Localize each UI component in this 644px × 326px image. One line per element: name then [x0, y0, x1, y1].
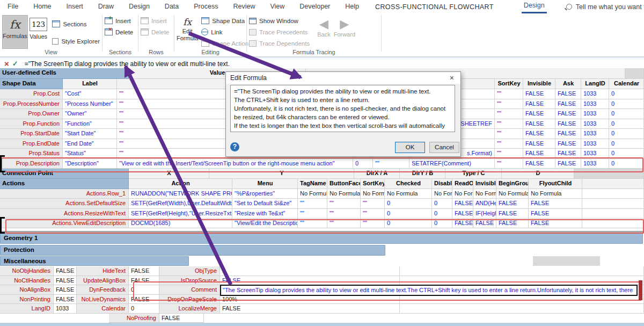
cell-readonly[interactable]: No Formula: [452, 189, 473, 199]
cell-action[interactable]: SETF(GetRef(Width),User.DefaultWidth)+SE…: [129, 199, 232, 208]
cell-disabled[interactable]: No Formula: [432, 189, 452, 199]
formula-bar-text[interactable]: ="The ScreenTip dialog provides the abil…: [25, 60, 230, 68]
misc-value-NoLiveDynamics[interactable]: FALSE: [129, 295, 159, 305]
cell-ask[interactable]: FALSE: [555, 139, 581, 149]
style-explorer-checkbox[interactable]: Style Explorer: [52, 36, 100, 46]
cancel-formula-icon[interactable]: ×: [4, 59, 9, 68]
cell-langid[interactable]: 1033: [581, 139, 609, 149]
cell-sortkey[interactable]: "": [495, 89, 523, 99]
cell-calendar[interactable]: 0: [609, 159, 644, 169]
cell-buttonface[interactable]: "": [327, 219, 361, 228]
cell-invisible[interactable]: FALSE: [523, 149, 555, 159]
row-delete-button[interactable]: Delete: [141, 27, 169, 37]
row-name-Prop.Description[interactable]: Prop.Description: [0, 159, 63, 169]
cell-sortkey[interactable]: "": [495, 129, 523, 139]
cell-ask[interactable]: FALSE: [555, 109, 581, 119]
cell-invisible[interactable]: AND(Heig: [473, 199, 496, 208]
cell-invisible[interactable]: FALSE: [523, 89, 555, 99]
cell-begingroup[interactable]: FALSE: [496, 219, 529, 228]
ribbon-tab-data[interactable]: Data: [157, 0, 186, 13]
cancel-button[interactable]: Cancel: [429, 142, 459, 153]
misc-label-ObjType[interactable]: ObjType: [159, 266, 220, 276]
cell-menu[interactable]: "%P&roperties": [232, 189, 298, 199]
cell-langid[interactable]: 1033: [581, 109, 609, 119]
misc-value-NoObjHandles[interactable]: FALSE: [54, 266, 77, 276]
misc-label-DynFeedback[interactable]: DynFeedback: [77, 285, 129, 295]
column-header-Type / C[interactable]: Type / C: [445, 169, 502, 179]
cell-langid[interactable]: 1033: [581, 129, 609, 139]
misc-value-NoProofing[interactable]: FALSE: [159, 314, 204, 323]
misc-value-NoAlignBox[interactable]: FALSE: [54, 285, 77, 295]
misc-label-LangID[interactable]: LangID: [0, 304, 54, 314]
ribbon-tab-draw[interactable]: Draw: [91, 0, 121, 13]
cell-sortkey[interactable]: No Formula: [361, 189, 385, 199]
cell-readonly[interactable]: FALSE: [452, 199, 473, 208]
sections-button[interactable]: Sections: [52, 19, 100, 29]
cell-invisible[interactable]: IF(Height: [473, 209, 496, 219]
cell-value[interactable]: SETATREF(Comment): [409, 159, 495, 169]
cell-sortkey[interactable]: "": [495, 149, 523, 159]
ribbon-tab-design[interactable]: Design: [121, 0, 157, 13]
row-name-Actions.ResizeWithText[interactable]: Actions.ResizeWithText: [0, 209, 129, 219]
shape-action-button[interactable]: Shape Action: [201, 38, 248, 48]
cell-calendar[interactable]: 0: [609, 99, 644, 110]
section-insert-button[interactable]: Insert: [105, 16, 133, 26]
section-header-user-defined-cells[interactable]: User-defined Cells: [0, 68, 129, 79]
cell-sortkey[interactable]: "": [361, 199, 385, 208]
misc-value-NoCtlHandles[interactable]: FALSE: [54, 276, 77, 286]
cell-tagname[interactable]: "": [298, 209, 327, 219]
cell-flyoutchild[interactable]: FALSE: [529, 219, 582, 228]
ribbon-tab-developer[interactable]: Developer: [292, 0, 338, 13]
misc-label-HideText[interactable]: HideText: [77, 266, 129, 276]
cell-label[interactable]: "Description": [63, 159, 117, 169]
column-header-calendar[interactable]: Calendar: [609, 79, 644, 89]
cell-ask[interactable]: FALSE: [555, 89, 581, 99]
column-header-Y[interactable]: Y: [209, 169, 354, 179]
cell-disabled[interactable]: 0: [432, 219, 452, 228]
column-header-SortKey[interactable]: SortKey: [361, 179, 385, 189]
cell-sortkey[interactable]: "": [495, 159, 523, 169]
cell-checked[interactable]: 0: [385, 209, 432, 219]
cell-checked[interactable]: No Formula: [385, 189, 432, 199]
cell-action[interactable]: RUNADDON("NETWORK SHAPE PROPERTIES"): [129, 189, 232, 199]
misc-label-NoObjHandles[interactable]: NoObjHandles: [0, 266, 54, 276]
cell-menu[interactable]: "Resize with Te&xt": [232, 209, 298, 219]
values-button[interactable]: 123 Values: [28, 15, 49, 49]
column-header-Checked[interactable]: Checked: [385, 179, 432, 189]
cell-invisible[interactable]: FALSE: [523, 129, 555, 139]
column-header-FlyoutChild[interactable]: FlyoutChild: [529, 179, 582, 189]
tell-me-search[interactable]: Tell me what you want to do: [566, 3, 644, 11]
cell-invisible[interactable]: No Formula: [473, 189, 496, 199]
section-bar-miscellaneous[interactable]: Miscellaneous: [0, 256, 189, 266]
misc-label-Comment[interactable]: Comment: [159, 285, 220, 295]
misc-label-NoLiveDynamics[interactable]: NoLiveDynamics: [77, 295, 129, 305]
misc-label-NoProofing[interactable]: NoProofing: [109, 314, 159, 323]
misc-label-NonPrinting[interactable]: NonPrinting: [0, 295, 54, 305]
row-name-Prop.ProcessNumber[interactable]: Prop.ProcessNumber: [0, 99, 63, 110]
cell-calendar[interactable]: 0: [609, 109, 644, 119]
misc-value-LocalizeMerge[interactable]: FALSE: [220, 304, 400, 314]
column-header-D[interactable]: D: [502, 169, 574, 179]
cell-label[interactable]: "Cost": [63, 89, 117, 99]
column-header-ButtonFace[interactable]: ButtonFace: [327, 179, 361, 189]
row-name-Prop.Owner[interactable]: Prop.Owner: [0, 109, 63, 119]
ribbon-tab-review[interactable]: Review: [225, 0, 262, 13]
misc-label-NoCtlHandles[interactable]: NoCtlHandles: [0, 276, 54, 286]
cell-sortkey[interactable]: "": [495, 109, 523, 119]
column-header-X[interactable]: X: [129, 169, 209, 179]
cell-readonly[interactable]: FALSE: [452, 219, 473, 228]
cell-menu[interactable]: "Set to Default Si&ze": [232, 199, 298, 208]
cell-disabled[interactable]: 0: [432, 199, 452, 208]
cell-flyoutchild[interactable]: FALSE: [529, 199, 582, 208]
comment-value-cell[interactable]: "The ScreenTip dialog provides the abili…: [220, 285, 638, 296]
cell-menu[interactable]: "View/Edit the Description": [232, 219, 298, 228]
cell-calendar[interactable]: 0: [609, 139, 644, 149]
misc-value-DropOnPageScale[interactable]: 100%: [220, 295, 400, 305]
misc-value-DynFeedback[interactable]: 0: [129, 285, 159, 295]
cell-label[interactable]: "Process Number": [63, 99, 117, 110]
cell-sortkey[interactable]: "": [495, 139, 523, 149]
row-name-Prop.Status[interactable]: Prop.Status: [0, 149, 63, 159]
cell-flyoutchild[interactable]: FALSE: [529, 209, 582, 219]
cell-calendar[interactable]: 0: [609, 129, 644, 139]
misc-label-NoAlignBox[interactable]: NoAlignBox: [0, 285, 54, 295]
